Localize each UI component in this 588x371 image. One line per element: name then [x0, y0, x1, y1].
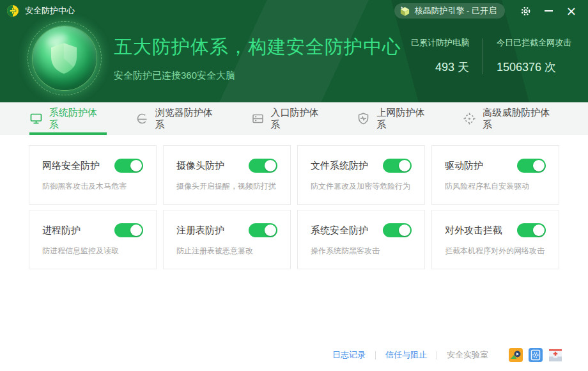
system-recovery-icon[interactable]	[548, 348, 562, 362]
shield-icon	[49, 42, 79, 77]
card-description: 防风险程序私自安装驱动	[445, 181, 546, 192]
stat-label: 今日已拦截全网攻击	[497, 37, 571, 49]
toggle-switch[interactable]	[249, 159, 277, 173]
app-title: 安全防护中心	[25, 5, 75, 17]
app-logo-icon	[6, 4, 19, 17]
card-registry-protection: 注册表防护 防止注册表被恶意篡改	[163, 210, 291, 269]
card-description: 操作系统防黑客攻击	[311, 246, 412, 257]
stat-label: 已累计防护电脑	[411, 37, 469, 49]
toggle-knob	[399, 225, 410, 236]
engine-status-label: 核晶防护引擎 - 已开启	[414, 5, 497, 17]
card-title: 文件系统防护	[311, 159, 368, 173]
card-description: 防御黑客攻击及木马危害	[42, 181, 143, 192]
settings-button[interactable]	[516, 3, 534, 19]
card-title: 网络安全防护	[42, 159, 100, 173]
footer-divider	[375, 351, 376, 359]
security-center-window: 安全防护中心 核晶防护引擎 - 已开启	[0, 0, 588, 371]
security-lab-link[interactable]: 安全实验室	[447, 349, 488, 361]
tab-system-protection[interactable]: 系统防护体系	[29, 102, 107, 135]
toggle-knob	[399, 160, 410, 171]
card-title: 进程防护	[42, 223, 81, 237]
toggle-knob	[533, 160, 545, 171]
tab-label: 高级威胁防护体系	[483, 107, 559, 131]
minimize-button[interactable]	[539, 3, 557, 19]
card-title: 对外攻击拦截	[445, 223, 502, 237]
card-network-protection: 网络安全防护 防御黑客攻击及木马危害	[29, 145, 157, 205]
crosshair-icon	[463, 112, 476, 125]
crystal-cube-icon	[399, 6, 410, 17]
card-description: 摄像头开启提醒，视频防打扰	[176, 181, 277, 192]
log-records-link[interactable]: 日志记录	[332, 349, 366, 361]
tab-browser-protection[interactable]: 浏览器防护体系	[135, 102, 222, 135]
header-title: 五大防护体系，构建安全防护中心	[114, 35, 401, 59]
protection-cards-grid: 网络安全防护 防御黑客攻击及木马危害 摄像头防护 摄像头开启提醒，视频防打扰 文…	[29, 145, 559, 269]
tab-entry-protection[interactable]: 入口防护体系	[251, 102, 329, 135]
trust-block-link[interactable]: 信任与阻止	[385, 349, 427, 361]
card-process-protection: 进程防护 防进程信息监控及读取	[29, 210, 157, 269]
footer-bar: 日志记录 信任与阻止 安全实验室	[0, 339, 588, 371]
tab-label: 浏览器防护体系	[155, 107, 222, 131]
toggle-knob	[130, 160, 142, 171]
protection-orb-graphic	[27, 20, 102, 96]
safe-box-icon[interactable]	[529, 348, 543, 362]
tab-bar: 系统防护体系 浏览器防护体系 入口防护体系	[0, 102, 588, 135]
stat-value: 1506376 次	[497, 59, 571, 75]
toggle-switch[interactable]	[114, 159, 143, 173]
toggle-switch[interactable]	[517, 223, 546, 237]
media-tool-icon[interactable]	[509, 348, 523, 362]
entry-drive-icon	[251, 112, 265, 125]
stat-blocked-attacks: 今日已拦截全网攻击 1506376 次	[497, 37, 571, 75]
minimize-icon	[545, 10, 553, 12]
monitor-icon	[29, 112, 43, 125]
toggle-switch[interactable]	[383, 223, 412, 237]
footer-quick-tools	[509, 348, 562, 362]
titlebar: 安全防护中心 核晶防护引擎 - 已开启	[0, 0, 588, 22]
card-system-security-protection: 系统安全防护 操作系统防黑客攻击	[297, 210, 425, 269]
card-title: 注册表防护	[176, 223, 224, 237]
card-filesystem-protection: 文件系统防护 防文件篡改及加密等危险行为	[297, 145, 425, 205]
card-outbound-attack-block: 对外攻击拦截 拦截本机程序对外的网络攻击	[431, 210, 559, 269]
gear-icon	[520, 5, 532, 17]
toggle-switch[interactable]	[383, 159, 412, 173]
footer-divider	[437, 351, 437, 359]
tab-label: 上网防护体系	[376, 107, 434, 131]
card-camera-protection: 摄像头防护 摄像头开启提醒，视频防打扰	[163, 145, 291, 205]
header-banner: 安全防护中心 核晶防护引擎 - 已开启	[0, 0, 588, 102]
card-description: 防进程信息监控及读取	[42, 246, 143, 257]
toggle-knob	[533, 225, 545, 236]
tab-label: 系统防护体系	[49, 107, 107, 131]
stat-protected-days: 已累计防护电脑 493 天	[411, 37, 469, 75]
protection-stats: 已累计防护电脑 493 天 今日已拦截全网攻击 1506376 次	[411, 37, 571, 75]
toggle-knob	[130, 225, 142, 236]
toggle-switch[interactable]	[517, 159, 546, 173]
card-title: 摄像头防护	[176, 159, 224, 173]
close-button[interactable]: ×	[562, 3, 580, 19]
tab-advanced-threat-protection[interactable]: 高级威胁防护体系	[463, 102, 559, 135]
tab-internet-protection[interactable]: 上网防护体系	[357, 102, 434, 135]
card-description: 防止注册表被恶意篡改	[176, 246, 277, 257]
toggle-switch[interactable]	[114, 223, 143, 237]
engine-status-badge[interactable]: 核晶防护引擎 - 已开启	[394, 3, 505, 19]
stat-value: 493 天	[411, 59, 469, 75]
toggle-knob	[265, 225, 276, 236]
shield-pulse-icon	[357, 112, 370, 125]
toggle-switch[interactable]	[249, 223, 277, 237]
card-title: 驱动防护	[445, 159, 483, 173]
stats-divider	[483, 38, 483, 74]
card-description: 防文件篡改及加密等危险行为	[311, 181, 412, 192]
card-driver-protection: 驱动防护 防风险程序私自安装驱动	[431, 145, 559, 205]
card-description: 拦截本机程序对外的网络攻击	[445, 246, 546, 257]
tab-label: 入口防护体系	[271, 107, 329, 131]
header-text-block: 五大防护体系，构建安全防护中心 安全防护已连接360安全大脑	[114, 35, 401, 82]
browser-icon	[135, 112, 149, 125]
header-subtitle: 安全防护已连接360安全大脑	[114, 70, 401, 82]
card-title: 系统安全防护	[311, 223, 368, 237]
toggle-knob	[265, 160, 276, 171]
